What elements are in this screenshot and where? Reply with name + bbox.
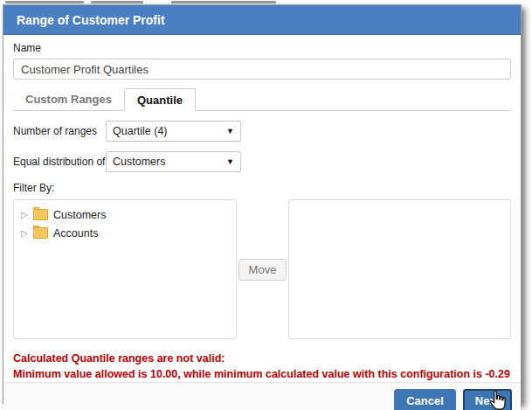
equal-distribution-row: Equal distribution of Customers ▼ <box>13 151 511 172</box>
filter-by-label: Filter By: <box>13 182 511 194</box>
expand-arrow-icon[interactable]: ▷ <box>21 228 31 238</box>
folder-icon <box>33 209 48 220</box>
tree-item-customers[interactable]: ▷ Customers <box>14 205 236 224</box>
equal-distribution-value: Customers <box>113 156 165 168</box>
chevron-down-icon: ▼ <box>226 127 234 136</box>
number-of-ranges-row: Number of ranges Quartile (4) ▼ <box>13 121 511 142</box>
range-dialog: Range of Customer Profit Name Custom Ran… <box>3 4 522 404</box>
chevron-down-icon: ▼ <box>226 157 234 166</box>
name-label: Name <box>13 42 511 54</box>
source-list-panel[interactable]: ▷ Customers ▷ Accounts <box>13 199 237 339</box>
dialog-header: Range of Customer Profit <box>3 5 521 35</box>
error-line-1: Calculated Quantile ranges are not valid… <box>13 351 511 366</box>
equal-distribution-select[interactable]: Customers ▼ <box>106 151 241 172</box>
dialog-footer: Cancel Next <box>3 382 521 410</box>
target-list-panel[interactable] <box>288 199 511 339</box>
move-button[interactable]: Move <box>238 259 287 281</box>
expand-arrow-icon[interactable]: ▷ <box>21 210 31 219</box>
dialog-body: Name Custom Ranges Quantile Number of ra… <box>3 35 521 382</box>
filter-panels: ▷ Customers ▷ Accounts Move <box>13 199 511 339</box>
number-of-ranges-value: Quartile (4) <box>113 125 168 137</box>
dialog-title: Range of Customer Profit <box>17 13 165 27</box>
tab-quantile[interactable]: Quantile <box>124 88 196 111</box>
tab-bar: Custom Ranges Quantile <box>13 88 511 111</box>
folder-icon <box>33 227 48 239</box>
error-line-2: Minimum value allowed is 10.00, while mi… <box>13 366 511 382</box>
tree-item-label: Accounts <box>53 227 98 240</box>
tree-item-label: Customers <box>53 209 106 221</box>
equal-distribution-label: Equal distribution of <box>13 156 106 168</box>
move-column: Move <box>237 199 289 339</box>
number-of-ranges-label: Number of ranges <box>13 125 106 137</box>
tree-item-accounts[interactable]: ▷ Accounts <box>14 224 236 242</box>
next-button[interactable]: Next <box>463 389 512 410</box>
number-of-ranges-select[interactable]: Quartile (4) ▼ <box>106 121 241 142</box>
cancel-button[interactable]: Cancel <box>394 389 456 410</box>
validation-error: Calculated Quantile ranges are not valid… <box>13 351 511 382</box>
tab-custom-ranges[interactable]: Custom Ranges <box>13 88 124 111</box>
name-input[interactable] <box>13 59 511 80</box>
